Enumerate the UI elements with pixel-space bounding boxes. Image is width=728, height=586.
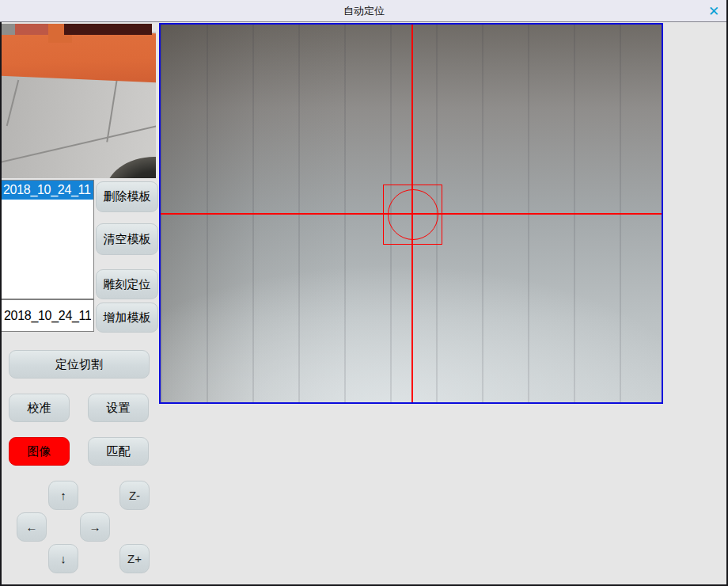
title-bar: 自动定位: [0, 0, 728, 22]
z-plus-button[interactable]: Z+: [119, 544, 150, 573]
z-minus-button[interactable]: Z-: [119, 481, 150, 510]
image-button[interactable]: 图像: [9, 437, 70, 466]
match-button[interactable]: 匹配: [88, 437, 149, 466]
thumbnail-top-strip: [64, 24, 152, 35]
window-title: 自动定位: [343, 4, 385, 18]
template-list[interactable]: 2018_10_24_11: [1, 180, 94, 299]
thumbnail-dark-object: [105, 157, 156, 178]
position-cut-button[interactable]: 定位切割: [9, 350, 150, 379]
thumbnail-top-strip: [1, 24, 15, 35]
thumbnail-top-strip: [15, 24, 50, 35]
down-arrow-icon: ↓: [60, 552, 66, 565]
engrave-position-button[interactable]: 雕刻定位: [96, 269, 158, 299]
thumbnail-top-strip: [152, 24, 156, 32]
template-list-item[interactable]: 2018_10_24_11: [2, 181, 93, 200]
settings-button[interactable]: 设置: [88, 394, 149, 422]
thumbnail-tile-line: [6, 80, 19, 127]
delete-template-button[interactable]: 删除模板: [96, 181, 158, 212]
thumbnail-tile-line: [1, 122, 156, 165]
window-border: [0, 22, 2, 586]
close-icon: ✕: [708, 3, 719, 20]
jog-up-button[interactable]: ↑: [48, 481, 78, 510]
camera-view[interactable]: [159, 23, 663, 404]
calibrate-button[interactable]: 校准: [9, 394, 70, 422]
jog-right-button[interactable]: →: [80, 512, 110, 542]
left-arrow-icon: ←: [26, 520, 38, 534]
add-template-button[interactable]: 增加模板: [96, 303, 158, 333]
thumbnail-orange-beam: [1, 26, 156, 82]
right-arrow-icon: →: [89, 520, 101, 534]
template-thumbnail: [1, 24, 156, 178]
jog-down-button[interactable]: ↓: [48, 544, 78, 573]
clear-templates-button[interactable]: 清空模板: [96, 223, 158, 255]
close-button[interactable]: ✕: [703, 2, 725, 21]
up-arrow-icon: ↑: [60, 489, 66, 502]
jog-left-button[interactable]: ←: [17, 512, 47, 542]
template-name-input[interactable]: [1, 299, 94, 332]
roi-circle-overlay: [388, 189, 438, 240]
